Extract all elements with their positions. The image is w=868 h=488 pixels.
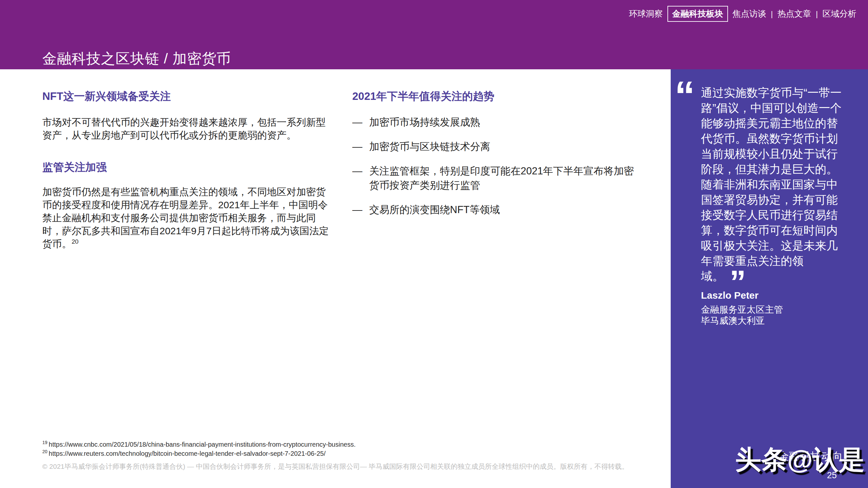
quote-sidebar: “ 通过实施数字货币与“一带一路”倡议，中国可以创造一个能够动摇美元霸主地位的替… [671,69,868,488]
list-item: — 关注监管框架，特别是印度可能在2021年下半年宣布将加密货币按资产类别进行监… [352,164,637,193]
list-item: — 加密币市场持续发展成熟 [352,115,637,129]
trends-column: 2021年下半年值得关注的趋势 — 加密币市场持续发展成熟 — 加密货币与区块链… [352,90,637,227]
dash-bullet-icon: — [352,164,369,178]
list-item: — 交易所的演变围绕NFT等领域 [352,203,637,217]
trends-heading: 2021年下半年值得关注的趋势 [352,90,637,103]
footnote-19: 19https://www.cnbc.com/2021/05/18/china-… [42,440,355,449]
nav-item-regional-analysis[interactable]: 区域分析 [823,7,856,20]
dash-bullet-icon: — [352,139,369,154]
trend-text: 交易所的演变围绕NFT等领域 [369,203,637,217]
footnote-number: 20 [42,449,48,454]
section-body-nft: 市场对不可替代代币的兴趣开始变得越来越浓厚，包括一系列新型资产，从专业房地产到可… [42,116,331,142]
copyright-line: © 2021毕马威华振会计师事务所(特殊普通合伙) — 中国合伙制会计师事务所，… [42,462,629,471]
top-navigation: 环球洞察 金融科技板块 焦点访谈 | 热点文章 | 区域分析 [629,6,856,22]
nav-item-global-insight[interactable]: 环球洞察 [629,7,663,20]
report-page: 环球洞察 金融科技板块 焦点访谈 | 热点文章 | 区域分析 金融科技之区块链 … [0,0,868,488]
page-header: 环球洞察 金融科技板块 焦点访谈 | 热点文章 | 区域分析 金融科技之区块链 … [0,0,868,69]
left-column: NFT这一新兴领域备受关注 市场对不可替代代币的兴趣开始变得越来越浓厚，包括一系… [42,90,331,251]
quote-author-name: Laszlo Peter [701,290,783,301]
open-quote-icon: “ [675,75,695,98]
quote-author-title: 金融服务亚太区主管 [701,304,783,315]
trend-text: 加密币市场持续发展成熟 [369,115,637,129]
dash-bullet-icon: — [352,203,369,217]
footnote-url[interactable]: https://www.reuters.com/technology/bitco… [49,450,326,457]
nav-divider: | [816,9,818,19]
section-body-regulation: 加密货币仍然是有些监管机构重点关注的领域，不同地区对加密货币的接受程度和使用情况… [42,186,331,251]
section-heading-regulation: 监管关注加强 [42,161,331,174]
watermark: 头条@认是 [735,443,865,478]
nav-item-fintech-section[interactable]: 金融科技板块 [668,6,728,22]
page-number: 25 [827,470,837,481]
quote-author-org: 毕马威澳大利亚 [701,315,783,326]
nav-item-focus-interview[interactable]: 焦点访谈 [733,7,767,20]
dash-bullet-icon: — [352,115,369,129]
quote-text: 通过实施数字货币与“一带一路”倡议，中国可以创造一个能够动摇美元霸主地位的替代货… [701,85,847,284]
page-title: 金融科技之区块链 / 加密货币 [42,49,231,68]
quote-body: 通过实施数字货币与“一带一路”倡议，中国可以创造一个能够动摇美元霸主地位的替代货… [701,86,842,282]
nav-divider: | [771,9,773,19]
quote-attribution: Laszlo Peter 金融服务亚太区主管 毕马威澳大利亚 [701,290,783,326]
footnotes: 19https://www.cnbc.com/2021/05/18/china-… [42,440,355,458]
regulation-text: 加密货币仍然是有些监管机构重点关注的领域，不同地区对加密货币的接受程度和使用情况… [42,187,329,249]
list-item: — 加密货币与区块链技术分离 [352,139,637,154]
section-heading-nft: NFT这一新兴领域备受关注 [42,90,331,103]
nav-item-hot-articles[interactable]: 热点文章 [777,7,811,20]
footnote-20: 20https://www.reuters.com/technology/bit… [42,449,355,458]
footnote-url[interactable]: https://www.cnbc.com/2021/05/18/china-ba… [49,441,356,448]
footnote-number: 19 [42,440,48,445]
trend-text: 关注监管框架，特别是印度可能在2021年下半年宣布将加密货币按资产类别进行监管 [369,164,637,193]
trend-text: 加密货币与区块链技术分离 [369,139,637,154]
footnote-ref-20[interactable]: 20 [72,238,79,245]
